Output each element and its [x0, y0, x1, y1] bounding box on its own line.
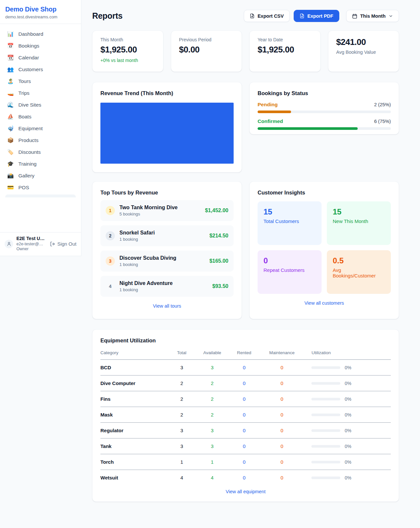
view-all-equipment-link[interactable]: View all equipment [100, 489, 391, 494]
view-all-customers-link[interactable]: View all customers [258, 300, 391, 306]
sidebar-item-discounts[interactable]: 🏷️Discounts [3, 146, 78, 158]
sidebar-item-training[interactable]: 🎓Training [3, 158, 78, 170]
status-row-pending: Pending 2 (25%) [258, 102, 391, 113]
table-row: Dive Computer 2 2 0 0 0% [100, 376, 391, 391]
sidebar-item-label: Discounts [18, 149, 41, 155]
sidebar-item-trips[interactable]: 🚤Trips [3, 87, 78, 99]
equipment-maintenance: 0 [260, 407, 304, 423]
stat-value: $241.00 [336, 37, 391, 47]
sidebar-item-label: POS [18, 185, 29, 191]
main-content: Reports Export CSV Export PDF This Month… [81, 0, 420, 515]
status-label: Confirmed [258, 118, 283, 124]
equipment-utilization-card: Equipment Utilization Category Total Ava… [92, 329, 399, 502]
sign-out-icon [50, 241, 55, 247]
discounts-icon: 🏷️ [7, 150, 14, 155]
utilization-percent: 0% [345, 444, 351, 449]
stat-delta: +0% vs last month [100, 58, 155, 63]
equipment-total: 2 [167, 376, 197, 391]
avatar [5, 240, 13, 248]
utilization-percent: 0% [345, 396, 351, 402]
equipment-total: 2 [167, 407, 197, 423]
status-bar-fill [258, 111, 291, 113]
tour-bookings: 1 booking [119, 237, 155, 242]
utilization-percent: 0% [345, 381, 351, 386]
customers-icon: 👥 [7, 67, 14, 72]
equipment-total: 1 [167, 454, 197, 470]
user-role: Owner [16, 247, 47, 252]
sidebar-item-products[interactable]: 📦Products [3, 134, 78, 146]
sidebar-item-boats[interactable]: ⛵Boats [3, 111, 78, 123]
tour-name: Night Dive Adventure [119, 280, 173, 286]
stat-card-this-month: This Month $1,925.00 +0% vs last month [92, 30, 163, 72]
stat-value: $1,925.00 [258, 45, 312, 55]
stat-label: This Month [100, 37, 155, 42]
utilization-percent: 0% [345, 365, 351, 370]
period-label: This Month [360, 13, 386, 19]
stat-label: Previous Period [179, 37, 234, 42]
column-header: Utilization [304, 348, 391, 360]
export-csv-button[interactable]: Export CSV [244, 10, 290, 22]
equipment-maintenance: 0 [260, 391, 304, 407]
top-tours-title: Top Tours by Revenue [100, 190, 234, 196]
sidebar-item-label: Tours [18, 78, 31, 84]
sidebar-item-dive-sites[interactable]: 🌊Dive Sites [3, 99, 78, 111]
sidebar-item-label: Training [18, 161, 36, 167]
sidebar-item-customers[interactable]: 👥Customers [3, 64, 78, 75]
equipment-category: Tank [100, 438, 167, 454]
tile-repeat-customers: 0 Repeat Customers [258, 250, 322, 294]
equipment-available: 2 [196, 376, 228, 391]
equipment-category: Dive Computer [100, 376, 167, 391]
sidebar-item-pos[interactable]: 💳POS [3, 182, 78, 193]
equipment-maintenance: 0 [260, 360, 304, 376]
top-tours-card: Top Tours by Revenue 1 Two Tank Morning … [92, 181, 242, 319]
export-pdf-button[interactable]: Export PDF [294, 10, 339, 22]
chevron-down-icon [388, 14, 393, 18]
sidebar-item-label: Dashboard [18, 31, 43, 37]
sidebar-item-equipment[interactable]: 🤿Equipment [3, 123, 78, 134]
revenue-trend-title: Revenue Trend (This Month) [100, 90, 234, 96]
page-header: Reports Export CSV Export PDF This Month [92, 10, 399, 22]
tour-revenue: $93.50 [212, 283, 228, 289]
view-all-tours-link[interactable]: View all tours [100, 303, 234, 309]
sidebar-item-gallery[interactable]: 📸Gallery [3, 170, 78, 182]
sign-out-button[interactable]: Sign Out [50, 241, 76, 247]
page-title: Reports [92, 11, 122, 21]
sidebar-item-reports-partial[interactable] [5, 194, 76, 197]
charts-row: Revenue Trend (This Month) Bookings by S… [92, 82, 399, 173]
status-bar-track [258, 111, 391, 113]
equipment-available: 3 [196, 360, 228, 376]
sidebar-item-label: Calendar [18, 55, 39, 61]
tour-bookings: 1 booking [119, 262, 176, 267]
tour-row: 1 Two Tank Morning Dive5 bookings $1,452… [100, 200, 234, 221]
stat-value: $0.00 [179, 45, 234, 55]
equipment-category: Torch [100, 454, 167, 470]
rank-badge: 3 [106, 256, 115, 266]
tour-row: 4 Night Dive Adventure1 booking $93.50 [100, 276, 234, 297]
sidebar-item-label: Dive Sites [18, 102, 41, 108]
tile-value: 15 [333, 207, 385, 216]
tour-bookings: 5 bookings [119, 212, 178, 216]
sign-out-label: Sign Out [57, 241, 76, 247]
period-dropdown[interactable]: This Month [346, 10, 399, 22]
bookings-icon: 📅 [7, 43, 14, 49]
equipment-category: Fins [100, 391, 167, 407]
equipment-total: 2 [167, 391, 197, 407]
tour-row: 3 Discover Scuba Diving1 booking $165.00 [100, 251, 234, 272]
utilization-bar [311, 477, 340, 479]
table-row: Torch 1 1 0 0 0% [100, 454, 391, 470]
sidebar-item-tours[interactable]: 🏝️Tours [3, 75, 78, 87]
table-row: BCD 3 3 0 0 0% [100, 360, 391, 376]
utilization-bar [311, 461, 340, 463]
tile-total-customers: 15 Total Customers [258, 201, 322, 245]
tile-label: Repeat Customers [263, 267, 316, 273]
shop-name: Demo Dive Shop [5, 6, 76, 13]
calendar-icon: 📆 [7, 55, 14, 60]
equipment-total: 4 [167, 470, 197, 484]
sidebar-item-dashboard[interactable]: 📊Dashboard [3, 28, 78, 40]
equipment-table: Category Total Available Rented Maintena… [100, 348, 391, 484]
equipment-available: 3 [196, 438, 228, 454]
sidebar-item-calendar[interactable]: 📆Calendar [3, 52, 78, 64]
tile-label: Avg Bookings/Customer [333, 267, 385, 278]
sidebar-item-bookings[interactable]: 📅Bookings [3, 40, 78, 52]
rank-badge: 4 [106, 282, 115, 291]
